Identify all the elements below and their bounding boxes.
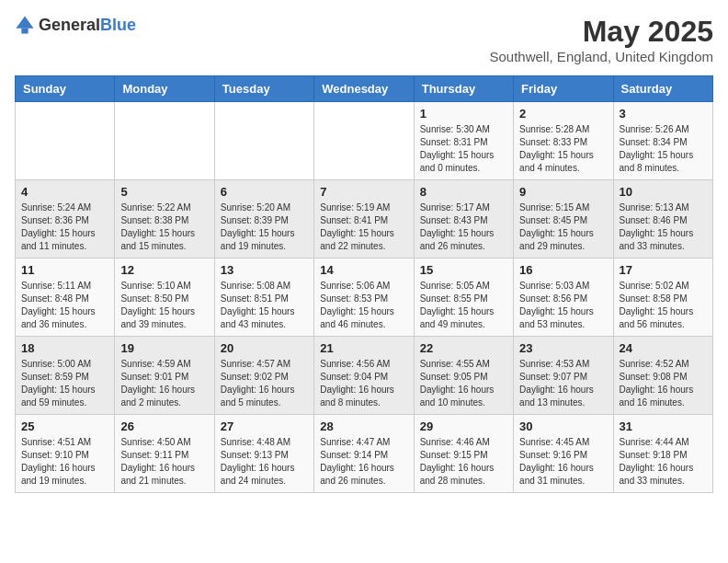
day-info: Sunrise: 5:00 AM Sunset: 8:59 PM Dayligh… — [21, 358, 108, 409]
day-number: 2 — [519, 107, 607, 121]
title-block: May 2025 Southwell, England, United King… — [490, 15, 714, 64]
day-info: Sunrise: 5:13 AM Sunset: 8:46 PM Dayligh… — [620, 201, 707, 253]
calendar-week-row: 4Sunrise: 5:24 AM Sunset: 8:36 PM Daylig… — [16, 180, 713, 259]
day-number: 18 — [21, 341, 108, 355]
weekday-header-monday: Monday — [115, 76, 214, 102]
weekday-header-tuesday: Tuesday — [214, 76, 313, 102]
day-number: 22 — [420, 341, 507, 355]
calendar-cell: 18Sunrise: 5:00 AM Sunset: 8:59 PM Dayli… — [16, 337, 115, 415]
day-number: 9 — [519, 185, 607, 199]
day-info: Sunrise: 5:26 AM Sunset: 8:34 PM Dayligh… — [620, 123, 707, 175]
weekday-header-sunday: Sunday — [16, 76, 115, 102]
day-number: 12 — [120, 263, 208, 277]
weekday-header-row: SundayMondayTuesdayWednesdayThursdayFrid… — [16, 76, 713, 102]
calendar-week-row: 18Sunrise: 5:00 AM Sunset: 8:59 PM Dayli… — [16, 337, 713, 415]
day-info: Sunrise: 5:05 AM Sunset: 8:55 PM Dayligh… — [420, 280, 507, 331]
calendar-body: 1Sunrise: 5:30 AM Sunset: 8:31 PM Daylig… — [16, 102, 713, 493]
day-number: 4 — [21, 185, 108, 199]
calendar-cell: 2Sunrise: 5:28 AM Sunset: 8:33 PM Daylig… — [514, 102, 613, 180]
logo-icon — [15, 15, 35, 35]
day-info: Sunrise: 5:24 AM Sunset: 8:36 PM Dayligh… — [21, 201, 108, 253]
day-info: Sunrise: 5:08 AM Sunset: 8:51 PM Dayligh… — [221, 280, 308, 331]
day-info: Sunrise: 4:53 AM Sunset: 9:07 PM Dayligh… — [519, 358, 607, 409]
day-number: 13 — [221, 263, 308, 277]
day-info: Sunrise: 5:19 AM Sunset: 8:41 PM Dayligh… — [320, 201, 407, 253]
weekday-header-thursday: Thursday — [414, 76, 513, 102]
calendar-cell: 11Sunrise: 5:11 AM Sunset: 8:48 PM Dayli… — [16, 259, 115, 337]
calendar-cell: 20Sunrise: 4:57 AM Sunset: 9:02 PM Dayli… — [214, 337, 313, 415]
calendar-cell: 12Sunrise: 5:10 AM Sunset: 8:50 PM Dayli… — [115, 259, 214, 337]
calendar-cell: 25Sunrise: 4:51 AM Sunset: 9:10 PM Dayli… — [16, 415, 115, 493]
day-number: 5 — [120, 185, 208, 199]
day-info: Sunrise: 5:03 AM Sunset: 8:56 PM Dayligh… — [519, 280, 607, 331]
calendar-cell: 28Sunrise: 4:47 AM Sunset: 9:14 PM Dayli… — [314, 415, 414, 493]
day-info: Sunrise: 4:45 AM Sunset: 9:16 PM Dayligh… — [519, 436, 607, 488]
weekday-header-saturday: Saturday — [613, 76, 712, 102]
day-number: 29 — [420, 419, 507, 433]
day-number: 1 — [420, 107, 507, 121]
day-info: Sunrise: 4:48 AM Sunset: 9:13 PM Dayligh… — [221, 436, 308, 488]
day-info: Sunrise: 5:11 AM Sunset: 8:48 PM Dayligh… — [21, 280, 108, 331]
logo-blue: Blue — [100, 16, 136, 34]
calendar-cell: 30Sunrise: 4:45 AM Sunset: 9:16 PM Dayli… — [514, 415, 613, 493]
day-number: 30 — [519, 419, 607, 433]
calendar-cell — [16, 102, 115, 180]
page-header: GeneralBlue May 2025 Southwell, England,… — [15, 15, 713, 64]
logo: GeneralBlue — [15, 15, 136, 35]
day-info: Sunrise: 4:55 AM Sunset: 9:05 PM Dayligh… — [420, 358, 507, 409]
day-info: Sunrise: 4:57 AM Sunset: 9:02 PM Dayligh… — [221, 358, 308, 409]
day-info: Sunrise: 5:06 AM Sunset: 8:53 PM Dayligh… — [320, 280, 407, 331]
calendar-cell: 6Sunrise: 5:20 AM Sunset: 8:39 PM Daylig… — [214, 180, 313, 259]
day-info: Sunrise: 4:59 AM Sunset: 9:01 PM Dayligh… — [120, 358, 208, 409]
calendar-week-row: 1Sunrise: 5:30 AM Sunset: 8:31 PM Daylig… — [16, 102, 713, 180]
svg-marker-0 — [16, 16, 33, 28]
calendar-cell: 17Sunrise: 5:02 AM Sunset: 8:58 PM Dayli… — [613, 259, 712, 337]
calendar-week-row: 25Sunrise: 4:51 AM Sunset: 9:10 PM Dayli… — [16, 415, 713, 493]
location-subtitle: Southwell, England, United Kingdom — [490, 49, 714, 64]
calendar-cell: 31Sunrise: 4:44 AM Sunset: 9:18 PM Dayli… — [613, 415, 712, 493]
day-info: Sunrise: 4:50 AM Sunset: 9:11 PM Dayligh… — [120, 436, 208, 488]
calendar-cell: 14Sunrise: 5:06 AM Sunset: 8:53 PM Dayli… — [314, 259, 414, 337]
day-info: Sunrise: 4:46 AM Sunset: 9:15 PM Dayligh… — [420, 436, 507, 488]
day-info: Sunrise: 5:22 AM Sunset: 8:38 PM Dayligh… — [120, 201, 208, 253]
day-number: 16 — [519, 263, 607, 277]
calendar-cell: 21Sunrise: 4:56 AM Sunset: 9:04 PM Dayli… — [314, 337, 414, 415]
calendar-cell: 3Sunrise: 5:26 AM Sunset: 8:34 PM Daylig… — [613, 102, 712, 180]
weekday-header-wednesday: Wednesday — [314, 76, 414, 102]
calendar-cell: 23Sunrise: 4:53 AM Sunset: 9:07 PM Dayli… — [514, 337, 613, 415]
calendar-week-row: 11Sunrise: 5:11 AM Sunset: 8:48 PM Dayli… — [16, 259, 713, 337]
calendar-cell: 13Sunrise: 5:08 AM Sunset: 8:51 PM Dayli… — [214, 259, 313, 337]
calendar-cell: 9Sunrise: 5:15 AM Sunset: 8:45 PM Daylig… — [514, 180, 613, 259]
day-number: 27 — [221, 419, 308, 433]
calendar-cell: 27Sunrise: 4:48 AM Sunset: 9:13 PM Dayli… — [214, 415, 313, 493]
calendar-cell: 7Sunrise: 5:19 AM Sunset: 8:41 PM Daylig… — [314, 180, 414, 259]
day-number: 6 — [221, 185, 308, 199]
calendar-cell: 22Sunrise: 4:55 AM Sunset: 9:05 PM Dayli… — [414, 337, 513, 415]
day-number: 26 — [120, 419, 208, 433]
day-info: Sunrise: 4:52 AM Sunset: 9:08 PM Dayligh… — [620, 358, 707, 409]
calendar-cell — [214, 102, 313, 180]
calendar-cell: 8Sunrise: 5:17 AM Sunset: 8:43 PM Daylig… — [414, 180, 513, 259]
day-number: 21 — [320, 341, 407, 355]
day-number: 28 — [320, 419, 407, 433]
day-info: Sunrise: 5:28 AM Sunset: 8:33 PM Dayligh… — [519, 123, 607, 175]
day-info: Sunrise: 5:30 AM Sunset: 8:31 PM Dayligh… — [420, 123, 507, 175]
day-info: Sunrise: 5:10 AM Sunset: 8:50 PM Dayligh… — [120, 280, 208, 331]
calendar-cell — [115, 102, 214, 180]
day-number: 31 — [620, 419, 707, 433]
calendar-cell: 29Sunrise: 4:46 AM Sunset: 9:15 PM Dayli… — [414, 415, 513, 493]
calendar-header: SundayMondayTuesdayWednesdayThursdayFrid… — [16, 76, 713, 102]
day-number: 3 — [620, 107, 707, 121]
day-info: Sunrise: 5:17 AM Sunset: 8:43 PM Dayligh… — [420, 201, 507, 253]
day-info: Sunrise: 4:47 AM Sunset: 9:14 PM Dayligh… — [320, 436, 407, 488]
day-info: Sunrise: 5:02 AM Sunset: 8:58 PM Dayligh… — [620, 280, 707, 331]
day-info: Sunrise: 4:51 AM Sunset: 9:10 PM Dayligh… — [21, 436, 108, 488]
day-number: 19 — [120, 341, 208, 355]
logo-text: GeneralBlue — [39, 16, 136, 35]
day-number: 24 — [620, 341, 707, 355]
day-info: Sunrise: 5:20 AM Sunset: 8:39 PM Dayligh… — [221, 201, 308, 253]
day-number: 11 — [21, 263, 108, 277]
day-number: 17 — [620, 263, 707, 277]
logo-general: General — [39, 16, 100, 34]
day-info: Sunrise: 4:44 AM Sunset: 9:18 PM Dayligh… — [620, 436, 707, 488]
